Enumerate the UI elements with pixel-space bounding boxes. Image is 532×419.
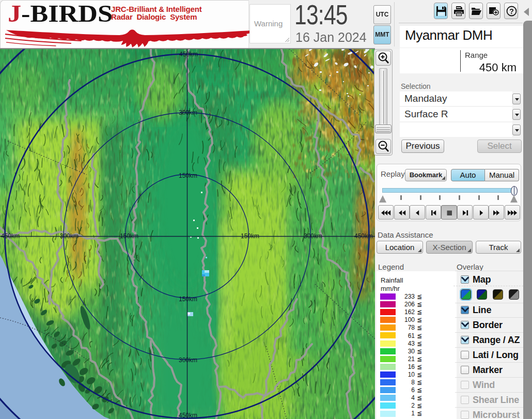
svg-text:300km: 300km [304, 232, 322, 240]
svg-text:300km: 300km [179, 109, 197, 116]
svg-text:450km: 450km [179, 412, 197, 419]
svg-text:150km: 150km [179, 172, 197, 179]
svg-text:450km: 450km [179, 51, 198, 58]
svg-text:?: ? [509, 7, 514, 15]
svg-text:450km: 450km [1, 232, 20, 240]
svg-text:150km: 150km [179, 296, 197, 303]
svg-text:300km: 300km [60, 232, 79, 240]
svg-text:300km: 300km [179, 356, 197, 364]
svg-text:450km: 450km [354, 232, 373, 240]
svg-text:150km: 150km [120, 232, 138, 240]
svg-text:150km: 150km [241, 232, 259, 240]
